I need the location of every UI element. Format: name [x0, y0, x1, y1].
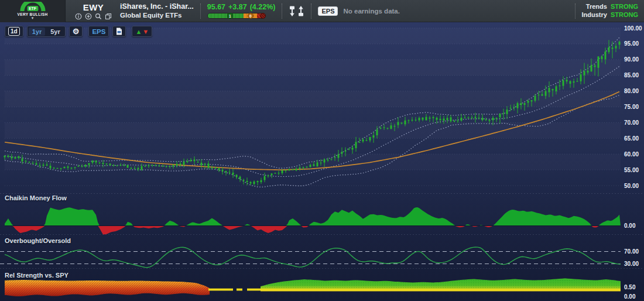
y-axis-label: 85.00 — [624, 72, 639, 78]
rel-strength-panel: 0.500.00 — [5, 278, 636, 299]
rating-badge[interactable]: ETF VERY BULLISH ▾ — [0, 0, 66, 22]
rel-strength-baseline-segment — [247, 289, 261, 291]
y-axis-label: 80.00 — [624, 88, 639, 94]
info-icon[interactable] — [75, 13, 82, 20]
y-axis-label: 60.00 — [624, 151, 639, 158]
chart-toolbar: 1d 1yr 5yr ⚙ EPS ▲ ▼ — [5, 26, 152, 37]
price-chart-canvas[interactable]: 100.0095.0090.0085.0080.0075.0070.0065.0… — [0, 22, 644, 301]
price-panel: 100.0095.0090.0085.0080.0075.0070.0065.0… — [4, 25, 643, 189]
eps-toggle-button[interactable]: EPS — [88, 26, 109, 37]
y-axis-label: 55.00 — [624, 167, 639, 173]
y-axis-label: 30.00 — [624, 261, 639, 267]
trends-label: Trends — [582, 3, 607, 11]
security-category: Global Equity ETFs — [120, 11, 194, 19]
last-price: 95.67 — [207, 3, 225, 11]
timeframe-1d-button[interactable]: 1d — [5, 26, 23, 37]
money-flow-panel: 0.00 — [5, 207, 636, 235]
rel-strength-baseline-segment — [208, 289, 233, 291]
oscillator-line — [5, 247, 621, 268]
price-block: 95.67 +3.87 (4.22%) 1 0 — [207, 3, 276, 19]
chart-region: 100.0095.0090.0085.0080.0075.0070.0065.0… — [0, 22, 644, 301]
industry-label: Industry — [582, 11, 607, 19]
separator — [311, 4, 311, 19]
price-change-pct: (4.22%) — [250, 3, 276, 11]
compare-arrows-icon[interactable] — [289, 5, 304, 17]
signals-toggle-button[interactable]: ▲ ▼ — [132, 26, 152, 37]
etf-pill: ETF — [27, 6, 38, 11]
money-flow-positive-area — [5, 207, 621, 226]
y-axis-label: 50.00 — [624, 183, 639, 189]
pdf-icon — [116, 28, 122, 35]
panel-title-overbought-oversold: Overbought/Oversold — [5, 237, 71, 244]
y-axis-label: 65.00 — [624, 135, 639, 142]
chaikin-analytics-app: ETF VERY BULLISH ▾ EWY iShares, Inc. - i… — [0, 0, 644, 301]
panel-title-money-flow: Chaikin Money Flow — [5, 194, 67, 201]
gauge-bullish-segment — [208, 13, 244, 18]
separator — [282, 4, 282, 19]
search-icon[interactable] — [95, 13, 102, 20]
y-axis-label: 0.00 — [624, 223, 636, 229]
power-gauge-track — [207, 13, 266, 19]
price-change: +3.87 — [228, 3, 247, 11]
panel-title-rel-strength: Rel Strength vs. SPY — [5, 272, 68, 279]
up-triangle-icon: ▲ — [135, 28, 142, 35]
gear-icon: ⚙ — [73, 26, 80, 36]
ticker-block: EWY — [75, 2, 112, 20]
rel-strength-baseline-segment — [237, 289, 242, 291]
y-axis-label: 100.00 — [624, 25, 642, 32]
trends-value: STRONG — [611, 3, 638, 11]
y-axis-label: 0.00 — [624, 293, 636, 300]
security-name-block: iShares, Inc. - iShar... Global Equity E… — [120, 2, 194, 19]
add-icon[interactable] — [85, 13, 92, 20]
eps-status: EPS No earnings data. — [318, 6, 400, 16]
ticker-symbol: EWY — [83, 2, 104, 12]
copy-icon[interactable] — [105, 13, 112, 20]
top-bar: ETF VERY BULLISH ▾ EWY iShares, Inc. - i… — [0, 0, 644, 22]
down-triangle-icon: ▼ — [142, 28, 149, 35]
y-axis-label: 75.00 — [624, 104, 639, 110]
overbought-oversold-panel: 70.0030.00 — [0, 247, 639, 268]
y-axis-label: 90.00 — [624, 56, 639, 63]
separator — [575, 4, 576, 19]
money-flow-negative-area — [5, 226, 621, 235]
security-name: iShares, Inc. - iShar... — [120, 2, 194, 11]
y-axis-label: 95.00 — [624, 40, 639, 47]
ticker-actions — [75, 13, 112, 20]
power-gauge-bar[interactable]: 1 0 — [207, 13, 266, 19]
trends-block: Trends STRONG Industry STRONG — [582, 3, 638, 19]
y-axis-label: 70.00 — [624, 119, 639, 126]
power-gauge-arc-icon: ETF — [20, 2, 46, 12]
range-toggle: 1yr 5yr — [27, 26, 66, 37]
range-1yr-button[interactable]: 1yr — [29, 28, 46, 36]
eps-message: No earnings data. — [343, 8, 400, 15]
range-5yr-button[interactable]: 5yr — [47, 28, 64, 36]
caret-down-icon: ▾ — [32, 16, 34, 20]
eps-badge: EPS — [318, 6, 338, 16]
export-pdf-button[interactable] — [112, 26, 126, 37]
y-axis-label: 70.00 — [624, 248, 639, 255]
industry-value: STRONG — [611, 11, 638, 19]
y-axis-label: 0.50 — [624, 284, 636, 290]
separator — [200, 4, 201, 19]
gauge-bull-marker: 1 — [227, 13, 233, 19]
gauge-bear-marker — [260, 13, 266, 19]
gauge-neutral-marker: 0 — [248, 13, 254, 19]
chart-settings-button[interactable]: ⚙ — [69, 26, 83, 37]
bollinger-band-line — [5, 95, 619, 187]
